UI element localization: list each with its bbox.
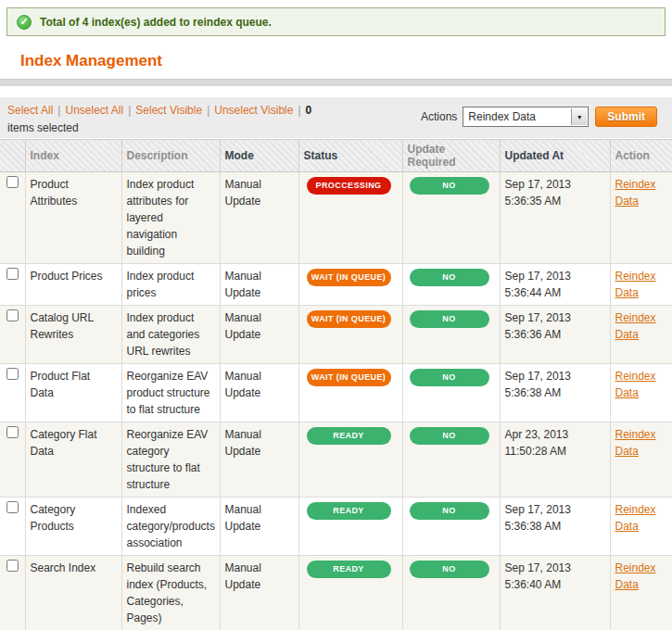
index-description: Index product attributes for layered nav…	[121, 172, 220, 264]
column-header[interactable]: Description	[121, 140, 220, 172]
update-required-cell: NO	[402, 306, 500, 364]
reindex-data-link[interactable]: Reindex Data	[615, 311, 656, 341]
reindex-data-link[interactable]: Reindex Data	[615, 178, 656, 208]
row-checkbox[interactable]	[6, 368, 19, 380]
reindex-data-link[interactable]: Reindex Data	[615, 428, 656, 458]
row-checkbox-cell	[0, 264, 25, 306]
column-header[interactable]: Index	[25, 140, 121, 172]
update-required-cell: NO	[402, 264, 500, 306]
row-checkbox-cell	[0, 556, 25, 630]
header-checkbox-cell	[0, 140, 25, 172]
column-header[interactable]: Mode	[220, 140, 298, 172]
table-header-row: IndexDescriptionModeStatusUpdate Require…	[0, 140, 672, 172]
table-row: Category Products Indexed category/produ…	[0, 498, 672, 556]
row-checkbox[interactable]	[6, 268, 19, 280]
index-name: Product Prices	[25, 264, 121, 306]
status-cell: READY	[298, 498, 402, 556]
index-description: Reorganize EAV category structure to fla…	[121, 422, 220, 498]
row-checkbox[interactable]	[6, 426, 19, 438]
actions-group: Actions Reindex Data ▼ Submit	[421, 107, 657, 127]
column-header[interactable]: Updated At	[500, 140, 610, 172]
chevron-down-icon[interactable]: ▼	[571, 108, 587, 125]
action-cell: Reindex Data	[610, 264, 672, 306]
reindex-data-link[interactable]: Reindex Data	[615, 561, 656, 591]
header-divider	[0, 79, 672, 86]
action-cell: Reindex Data	[610, 306, 672, 364]
column-header[interactable]: Update Required	[402, 140, 500, 172]
index-table-body: Product Attributes Index product attribu…	[0, 172, 672, 630]
unselect-visible-link[interactable]: Unselect Visible	[214, 104, 293, 117]
update-required-badge: NO	[410, 269, 489, 286]
row-checkbox[interactable]	[6, 560, 19, 572]
updated-time: 5:36:38 AM	[505, 384, 605, 401]
updated-date: Sep 17, 2013	[505, 268, 605, 284]
link-separator: |	[202, 104, 214, 117]
select-all-link[interactable]: Select All	[7, 104, 53, 117]
index-name: Search Index	[25, 556, 121, 630]
updated-time: 5:36:44 AM	[505, 284, 605, 301]
status-cell: READY	[298, 422, 402, 498]
success-message-text: Total of 4 index(es) added to reindex qu…	[40, 16, 272, 29]
updated-at-cell: Apr 23, 2013 11:50:28 AM	[500, 422, 610, 498]
column-header[interactable]: Action	[610, 140, 672, 172]
submit-button[interactable]: Submit	[595, 107, 657, 127]
unselect-all-link[interactable]: Unselect All	[65, 104, 123, 117]
row-checkbox-cell	[0, 172, 25, 264]
action-cell: Reindex Data	[610, 498, 672, 556]
updated-at-cell: Sep 17, 2013 5:36:44 AM	[500, 264, 610, 306]
index-mode: Manual Update	[220, 422, 298, 498]
actions-select-value: Reindex Data	[468, 110, 536, 123]
reindex-data-link[interactable]: Reindex Data	[615, 503, 656, 533]
update-required-cell: NO	[402, 364, 500, 422]
update-required-cell: NO	[402, 422, 500, 498]
index-table: IndexDescriptionModeStatusUpdate Require…	[0, 139, 672, 630]
column-header[interactable]: Status	[298, 140, 402, 172]
action-cell: Reindex Data	[610, 556, 672, 630]
index-name: Category Flat Data	[25, 422, 121, 498]
row-checkbox-cell	[0, 364, 25, 422]
update-required-cell: NO	[402, 172, 500, 264]
status-cell: PROCCESSING	[298, 172, 402, 264]
updated-time: 5:36:38 AM	[505, 518, 605, 535]
row-checkbox-cell	[0, 498, 25, 556]
updated-date: Sep 17, 2013	[505, 309, 605, 326]
row-checkbox[interactable]	[6, 501, 19, 513]
status-badge: READY	[307, 502, 391, 520]
index-mode: Manual Update	[220, 306, 298, 364]
action-cell: Reindex Data	[610, 172, 672, 264]
link-separator: |	[53, 104, 65, 117]
reindex-data-link[interactable]: Reindex Data	[615, 370, 656, 399]
actions-select[interactable]: Reindex Data ▼	[463, 107, 589, 127]
updated-date: Sep 17, 2013	[505, 368, 605, 384]
index-mode: Manual Update	[220, 364, 298, 422]
index-description: Index product prices	[121, 264, 220, 306]
updated-at-cell: Sep 17, 2013 5:36:38 AM	[500, 364, 610, 422]
updated-at-cell: Sep 17, 2013 5:36:35 AM	[500, 172, 610, 264]
reindex-data-link[interactable]: Reindex Data	[615, 270, 656, 299]
selected-count: 0	[306, 104, 312, 117]
updated-date: Sep 17, 2013	[505, 176, 605, 193]
status-badge: READY	[307, 427, 391, 445]
index-description: Reorganize EAV product structure to flat…	[121, 364, 220, 422]
update-required-cell: NO	[402, 556, 500, 630]
updated-time: 11:50:28 AM	[505, 443, 605, 460]
link-separator: |	[293, 104, 305, 117]
select-visible-link[interactable]: Select Visible	[135, 104, 202, 117]
status-cell: WAIT (IN QUEUE)	[298, 364, 402, 422]
index-mode: Manual Update	[220, 556, 298, 630]
update-required-badge: NO	[410, 427, 489, 445]
row-checkbox[interactable]	[6, 309, 19, 321]
row-checkbox-cell	[0, 306, 25, 364]
update-required-badge: NO	[410, 369, 489, 386]
link-separator: |	[123, 104, 135, 117]
actions-label: Actions	[421, 110, 457, 123]
updated-at-cell: Sep 17, 2013 5:36:36 AM	[500, 306, 610, 364]
index-name: Category Products	[25, 498, 121, 556]
row-checkbox[interactable]	[6, 176, 19, 188]
index-description: Index product and categories URL rewrite…	[121, 306, 220, 364]
selection-links: Select All|Unselect All|Select Visible|U…	[7, 102, 334, 137]
update-required-badge: NO	[410, 177, 489, 195]
index-description: Indexed category/products association	[121, 498, 220, 556]
updated-time: 5:36:35 AM	[505, 193, 605, 209]
status-cell: READY	[298, 556, 402, 630]
